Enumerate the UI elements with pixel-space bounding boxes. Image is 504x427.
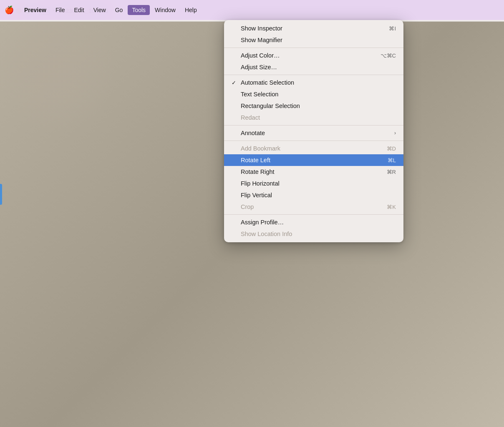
crop-label: Crop — [241, 203, 254, 210]
add-bookmark-shortcut: ⌘D — [387, 146, 396, 152]
menu-item-left: Rotate Right — [232, 168, 275, 175]
menubar: 🍎 Preview File Edit View Go Tools Window… — [0, 0, 504, 20]
menu-item-left: Text Selection — [232, 91, 278, 98]
separator-1 — [224, 48, 403, 48]
annotate-label: Annotate — [241, 130, 265, 136]
tools-dropdown-menu: Show Inspector ⌘I Show Magnifier Adjust … — [224, 20, 403, 242]
menu-item-rotate-right[interactable]: Rotate Right ⌘R — [224, 166, 403, 178]
menu-item-left: Crop — [232, 203, 254, 210]
menu-item-left: Annotate — [232, 130, 265, 136]
menubar-item-help[interactable]: Help — [181, 5, 201, 15]
menu-item-left: Flip Vertical — [232, 192, 272, 198]
separator-2 — [224, 75, 403, 75]
menu-item-show-inspector[interactable]: Show Inspector ⌘I — [224, 23, 403, 34]
menu-item-show-magnifier[interactable]: Show Magnifier — [224, 34, 403, 46]
rotate-left-shortcut: ⌘L — [388, 157, 396, 163]
assign-profile-label: Assign Profile… — [241, 219, 284, 226]
apple-menu[interactable]: 🍎 — [5, 6, 13, 14]
adjust-size-label: Adjust Size… — [241, 64, 277, 70]
blue-accent — [0, 184, 2, 205]
menu-item-assign-profile[interactable]: Assign Profile… — [224, 216, 403, 228]
menubar-item-view[interactable]: View — [89, 5, 110, 15]
menu-item-left: Show Location Info — [232, 231, 292, 237]
crop-shortcut: ⌘K — [387, 204, 396, 210]
menu-item-automatic-selection[interactable]: ✓ Automatic Selection — [224, 77, 403, 88]
menubar-item-tools[interactable]: Tools — [128, 5, 150, 15]
show-inspector-label: Show Inspector — [241, 25, 282, 32]
separator-3 — [224, 125, 403, 126]
rectangular-selection-label: Rectangular Selection — [241, 103, 300, 109]
menubar-items: Preview File Edit View Go Tools Window H… — [20, 5, 201, 15]
menubar-item-file[interactable]: File — [51, 5, 69, 15]
menu-item-left: Rectangular Selection — [232, 103, 300, 109]
menu-item-rotate-left[interactable]: Rotate Left ⌘L — [224, 154, 403, 166]
menu-item-flip-horizontal[interactable]: Flip Horizontal — [224, 178, 403, 189]
menu-item-left: Redact — [232, 114, 260, 121]
check-automatic-selection: ✓ — [232, 80, 238, 86]
menu-item-flip-vertical[interactable]: Flip Vertical — [224, 189, 403, 201]
menu-item-left: ✓ Automatic Selection — [232, 79, 294, 86]
separator-5 — [224, 214, 403, 215]
automatic-selection-label: Automatic Selection — [241, 79, 294, 86]
adjust-color-label: Adjust Color… — [241, 52, 280, 59]
menu-item-adjust-color[interactable]: Adjust Color… ⌥⌘C — [224, 50, 403, 61]
flip-horizontal-label: Flip Horizontal — [241, 180, 280, 187]
rotate-left-label: Rotate Left — [241, 157, 270, 163]
menu-item-crop[interactable]: Crop ⌘K — [224, 201, 403, 213]
menubar-item-window[interactable]: Window — [151, 5, 180, 15]
menu-item-left: Show Magnifier — [232, 37, 282, 43]
menu-item-left: Assign Profile… — [232, 219, 284, 226]
menubar-item-edit[interactable]: Edit — [70, 5, 88, 15]
menubar-item-preview[interactable]: Preview — [20, 5, 50, 15]
rotate-right-shortcut: ⌘R — [387, 169, 396, 175]
menu-item-annotate[interactable]: Annotate › — [224, 127, 403, 139]
menu-item-left: Adjust Size… — [232, 64, 277, 70]
menu-item-redact[interactable]: Redact — [224, 112, 403, 123]
redact-label: Redact — [241, 114, 260, 121]
menu-item-show-location-info[interactable]: Show Location Info — [224, 228, 403, 240]
menu-item-left: Add Bookmark — [232, 145, 280, 152]
menu-item-rectangular-selection[interactable]: Rectangular Selection — [224, 100, 403, 112]
add-bookmark-label: Add Bookmark — [241, 145, 280, 152]
menu-item-left: Flip Horizontal — [232, 180, 280, 187]
menu-item-adjust-size[interactable]: Adjust Size… — [224, 61, 403, 73]
adjust-color-shortcut: ⌥⌘C — [381, 53, 396, 59]
menu-item-text-selection[interactable]: Text Selection — [224, 88, 403, 100]
menu-item-left: Adjust Color… — [232, 52, 280, 59]
flip-vertical-label: Flip Vertical — [241, 192, 272, 198]
text-selection-label: Text Selection — [241, 91, 278, 98]
annotate-arrow: › — [394, 130, 396, 136]
rotate-right-label: Rotate Right — [241, 168, 275, 175]
apple-icon: 🍎 — [5, 5, 14, 15]
menubar-item-go[interactable]: Go — [111, 5, 127, 15]
show-inspector-shortcut: ⌘I — [389, 25, 396, 32]
show-location-info-label: Show Location Info — [241, 231, 292, 237]
menu-item-left: Show Inspector — [232, 25, 282, 32]
show-magnifier-label: Show Magnifier — [241, 37, 282, 43]
separator-4 — [224, 141, 403, 141]
menu-item-left: Rotate Left — [232, 157, 270, 163]
menu-item-add-bookmark[interactable]: Add Bookmark ⌘D — [224, 143, 403, 154]
